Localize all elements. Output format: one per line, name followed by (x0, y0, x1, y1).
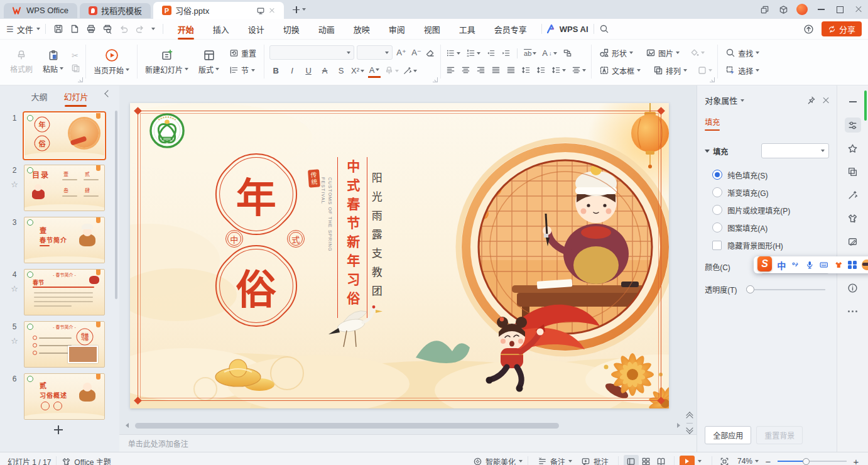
decrease-font-button[interactable]: A⁻ (410, 46, 423, 59)
tab-docer[interactable]: 找稻壳模板 (80, 3, 151, 18)
picture-button[interactable]: 图片 (643, 46, 682, 60)
increase-font-button[interactable]: A⁺ (395, 46, 408, 59)
star-icon[interactable]: ☆ (11, 336, 18, 346)
transparency-slider-track[interactable] (754, 289, 826, 290)
reset-slide-button[interactable]: 重置 (227, 46, 259, 60)
tab-outline[interactable]: 大纲 (31, 90, 47, 102)
decrease-indent-icon[interactable] (486, 48, 496, 58)
radio-gradient-fill[interactable] (712, 187, 722, 197)
properties-rail-icon[interactable] (845, 118, 861, 133)
smart-beautify-button[interactable]: 智能美化 (473, 456, 523, 465)
distribute-text-icon[interactable] (506, 65, 516, 75)
radio-pattern-fill[interactable] (712, 222, 722, 232)
clear-format-icon[interactable] (425, 48, 435, 58)
solid-fill-option[interactable]: 纯色填充(S) (712, 166, 829, 183)
bullets-button[interactable] (446, 47, 460, 60)
fill-type-select[interactable] (761, 143, 829, 158)
reading-view-button[interactable] (654, 455, 669, 465)
play-from-current-button[interactable]: 当页开始 (91, 47, 132, 77)
emoji-input-icon[interactable] (862, 260, 868, 270)
chinese-mode-icon[interactable]: 中 (777, 259, 786, 271)
layout-button[interactable]: 版式 (196, 48, 222, 76)
format-painter-button[interactable]: 格式刷 (8, 48, 35, 75)
new-tab-icon[interactable] (293, 6, 300, 13)
redo-icon[interactable] (135, 24, 145, 34)
text-direction-button[interactable]: A↓ (542, 47, 556, 60)
tab-overview-icon[interactable] (755, 0, 774, 19)
shape-outline-button[interactable] (697, 64, 712, 77)
normal-view-button[interactable] (624, 455, 639, 465)
section-collapse-icon[interactable] (705, 150, 710, 153)
quick-access-chevron-icon[interactable] (151, 28, 155, 30)
close-tab-icon[interactable] (269, 8, 274, 13)
undo-icon[interactable] (119, 24, 129, 34)
insert-dialog-launcher[interactable] (710, 77, 715, 82)
clipboard-dialog-launcher[interactable] (78, 77, 83, 82)
bold-button[interactable]: B (269, 65, 282, 77)
user-avatar[interactable] (793, 0, 811, 19)
picture-fill-option[interactable]: 图片或纹理填充(P) (712, 201, 829, 219)
tab-wps-home[interactable]: WPS Office (4, 3, 77, 18)
tab-insert[interactable]: 插入 (212, 19, 231, 39)
play-options-chevron-icon[interactable] (698, 460, 702, 462)
add-slide-button[interactable] (54, 425, 63, 434)
slide-sorter-view-button[interactable] (639, 455, 654, 465)
tab-tools[interactable]: 工具 (458, 19, 477, 39)
paragraph-spacing-icon[interactable] (536, 65, 546, 75)
punctuation-mode-icon[interactable] (791, 260, 800, 270)
save-icon[interactable] (53, 24, 63, 34)
tab-slideshow[interactable]: 放映 (352, 19, 371, 39)
export-document-icon[interactable] (70, 24, 80, 34)
cut-icon[interactable]: ✂ (71, 50, 80, 60)
line-spacing-icon[interactable] (521, 65, 531, 75)
paste-button[interactable]: 粘贴 (40, 48, 66, 75)
skin-rail-icon[interactable] (845, 211, 861, 226)
zoom-level[interactable]: 74% (737, 457, 752, 465)
zoom-chevron-icon[interactable] (755, 460, 759, 462)
font-size-select[interactable] (357, 45, 393, 60)
section-button[interactable]: 节 (227, 63, 259, 77)
tab-view[interactable]: 视图 (423, 19, 442, 39)
text-shadow-button[interactable]: S (335, 65, 347, 77)
apply-all-button[interactable]: 全部应用 (705, 426, 751, 444)
slide-thumbnail-1[interactable]: 年 俗 (24, 112, 105, 159)
arrange-button[interactable]: 排列 (651, 64, 690, 77)
slide-subtitle-vertical[interactable]: 中式春节新年习俗 (337, 157, 367, 318)
new-slide-button[interactable]: 新建幻灯片 (143, 48, 191, 76)
favorites-rail-icon[interactable] (845, 141, 861, 156)
print-preview-icon[interactable] (102, 24, 112, 34)
handwriting-rail-icon[interactable] (845, 234, 861, 249)
underline-button[interactable]: U (302, 65, 315, 77)
slide-thumbnail-3[interactable]: 壹 春节简介 (24, 217, 105, 263)
horizontal-scrollbar[interactable] (126, 422, 680, 429)
previous-slide-button[interactable] (686, 412, 693, 418)
transparency-slider-knob[interactable] (746, 285, 754, 293)
collapse-rail-icon[interactable] (845, 94, 861, 109)
comments-button[interactable]: 批注 (581, 456, 609, 465)
pin-icon[interactable] (806, 96, 816, 105)
tab-list-chevron-icon[interactable] (302, 8, 306, 11)
next-slide-button[interactable] (686, 428, 693, 434)
slide-thumbnail-4[interactable]: - 春节简介 - 春节 (24, 269, 105, 315)
star-icon[interactable]: ☆ (11, 284, 18, 293)
fit-slide-button[interactable] (717, 455, 732, 465)
present-to-screen-icon[interactable] (256, 6, 265, 15)
superscript-button[interactable]: X² (351, 65, 364, 77)
select-button[interactable]: 选择 (723, 64, 762, 77)
textbox-button[interactable]: 文本框 (597, 64, 643, 77)
line-options-button[interactable] (551, 64, 566, 77)
organization-name-vertical[interactable]: 阳光雨露支教团 (369, 172, 384, 361)
increase-indent-icon[interactable] (501, 48, 511, 58)
slideshow-play-button[interactable] (680, 456, 695, 465)
scroll-right-icon[interactable] (677, 423, 680, 428)
hide-background-option[interactable]: 隐藏背景图形(H) (712, 236, 829, 254)
more-rail-icon[interactable] (845, 304, 861, 319)
align-center-icon[interactable] (461, 65, 470, 75)
numbering-button[interactable] (466, 47, 480, 60)
phonetic-guide-button[interactable]: ab (524, 47, 536, 60)
text-effects-button[interactable] (403, 65, 417, 77)
slide-thumbnail-6[interactable]: 贰 习俗概述 (24, 373, 105, 420)
tab-document[interactable]: P 习俗.pptx (153, 2, 284, 19)
ime-toolbox-icon[interactable] (848, 261, 857, 270)
tab-animation[interactable]: 动画 (317, 19, 336, 39)
